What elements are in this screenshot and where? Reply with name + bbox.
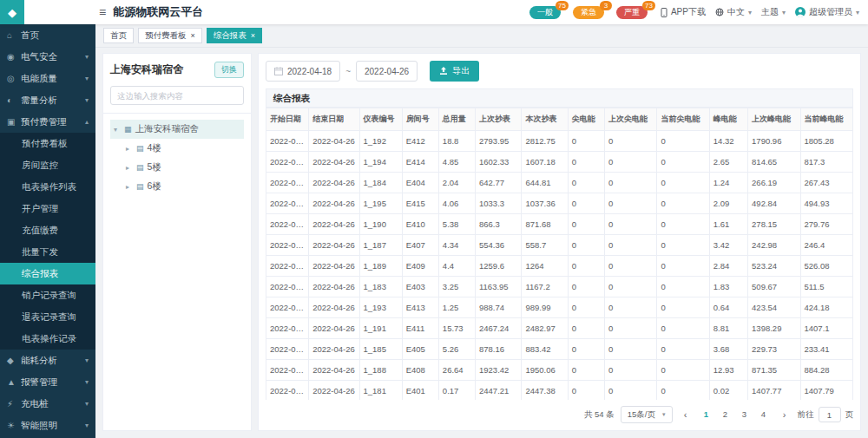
tab-close-icon[interactable]: × — [251, 32, 255, 40]
tab-0[interactable]: 首页 — [103, 28, 134, 43]
prev-page-button[interactable]: ‹ — [679, 409, 693, 420]
table-cell: 1264 — [522, 256, 568, 277]
sidebar-subitem[interactable]: 销户记录查询 — [0, 284, 95, 306]
page-button[interactable]: 4 — [756, 407, 772, 422]
table-cell: 0 — [657, 277, 709, 297]
app-title: 能源物联网云平台 — [113, 4, 203, 20]
tree-node-root[interactable]: ▾ ▦ 上海安科瑞宿舍 — [110, 120, 244, 139]
alert-count-badge: 75 — [556, 1, 569, 10]
table-cell: 2022-04-18 — [266, 318, 309, 339]
column-header: 上次峰电能 — [748, 108, 800, 131]
sidebar-item[interactable]: ▲报警管理▾ — [0, 371, 95, 393]
sidebar-subitem[interactable]: 开户管理 — [0, 198, 95, 219]
sidebar-item[interactable]: ◉电气安全▾ — [0, 46, 95, 68]
table-cell: 0 — [657, 256, 709, 277]
column-header: 上次抄表 — [476, 108, 522, 131]
calendar-icon — [274, 67, 283, 75]
building-panel: 上海安科瑞宿舍 切换 ▾ ▦ 上海安科瑞宿舍 ▸▤4楼▸▤5楼▸▤6楼 — [102, 53, 252, 431]
end-date-input[interactable]: 2022-04-26 — [356, 61, 418, 82]
table-cell: 0 — [657, 173, 709, 193]
table-cell: 2022-04-26 — [309, 193, 359, 214]
table-cell: E405 — [402, 339, 438, 360]
next-page-button[interactable]: › — [778, 409, 792, 420]
table-cell: 2022-04-26 — [309, 152, 359, 173]
alert-count-badge: 3 — [600, 1, 612, 10]
sidebar-subitem[interactable]: 房间监控 — [0, 154, 95, 176]
table-cell: 642.77 — [476, 173, 522, 193]
table-cell: 2.65 — [709, 152, 747, 173]
sidebar-subitem[interactable]: 综合报表 — [0, 263, 95, 284]
table-cell: 2022-04-18 — [266, 152, 309, 173]
export-label: 导出 — [452, 65, 470, 77]
table-cell: E403 — [402, 277, 438, 297]
report-table-body: 2022-04-182022-04-261_192E41218.82793.95… — [266, 131, 853, 401]
power-quality-icon: ◎ — [7, 74, 19, 83]
export-button[interactable]: 导出 — [430, 61, 479, 82]
page-button[interactable]: 1 — [699, 407, 714, 422]
theme-select[interactable]: 主题 ▾ — [761, 6, 786, 18]
sidebar-subitem[interactable]: 退表记录查询 — [0, 306, 95, 328]
table-cell: 246.4 — [800, 235, 853, 256]
alert-pill[interactable]: 紧急3 — [573, 6, 604, 19]
app-download-button[interactable]: APP下载 — [661, 6, 706, 18]
alarm-management-icon: ▲ — [7, 377, 19, 387]
sidebar-item[interactable]: ▣预付费管理▴ — [0, 111, 95, 133]
sidebar-subitem[interactable]: 电表操作列表 — [0, 176, 95, 198]
goto-page: 前往 页 — [798, 407, 854, 422]
page-button[interactable]: 3 — [737, 407, 753, 422]
sidebar-item[interactable]: ⚡充电桩▾ — [0, 393, 95, 415]
column-header: 房间号 — [402, 108, 438, 131]
table-cell: 4.4 — [438, 256, 475, 277]
table-cell: 0 — [604, 131, 656, 152]
export-icon — [439, 67, 448, 75]
tree-node[interactable]: ▸▤4楼 — [110, 139, 244, 158]
table-cell: 3.68 — [709, 339, 747, 360]
start-date-value: 2022-04-18 — [287, 67, 332, 76]
table-cell: 423.54 — [748, 297, 800, 318]
tree-search-input[interactable] — [110, 86, 244, 105]
menu-toggle-icon[interactable]: ≡ — [99, 6, 106, 18]
alert-pill[interactable]: 一般75 — [529, 6, 561, 19]
table-cell: 988.74 — [476, 297, 522, 318]
tab-1[interactable]: 预付费看板× — [138, 28, 202, 43]
table-cell: 1_188 — [359, 360, 402, 381]
sidebar-item[interactable]: ◎电能质量▾ — [0, 68, 95, 89]
tab-close-icon[interactable]: × — [191, 32, 195, 40]
table-cell: 644.81 — [522, 173, 568, 193]
sidebar-subitem[interactable]: 充值缴费 — [0, 219, 95, 241]
sidebar-item[interactable]: ◐需量分析▾ — [0, 89, 95, 111]
logo-icon: ◆ — [8, 6, 16, 19]
table-cell: 2447.21 — [476, 381, 522, 401]
sidebar-item[interactable]: ☀智能照明▾ — [0, 415, 95, 436]
tree-node[interactable]: ▸▤6楼 — [110, 177, 244, 196]
tab-2[interactable]: 综合报表× — [207, 28, 262, 43]
table-cell: 3.42 — [709, 235, 747, 256]
switch-building-button[interactable]: 切换 — [214, 62, 244, 78]
user-menu[interactable]: 超级管理员 ▾ — [795, 6, 859, 18]
alert-pill[interactable]: 严重73 — [616, 6, 648, 19]
sidebar-subitem[interactable]: 预付费看板 — [0, 133, 95, 154]
page-button[interactable]: 2 — [718, 407, 733, 422]
table-cell: 2022-04-18 — [266, 235, 309, 256]
sidebar-item[interactable]: ◆能耗分析▾ — [0, 350, 95, 371]
table-cell: 1_190 — [359, 214, 402, 235]
table-cell: 1407.79 — [800, 381, 853, 401]
table-row: 2022-04-182022-04-261_181E4010.172447.21… — [266, 381, 853, 401]
table-cell: 0 — [604, 360, 656, 381]
goto-page-input[interactable] — [819, 407, 841, 422]
sidebar-item[interactable]: ⌂首页 — [0, 24, 95, 46]
page-size-select[interactable]: 15条/页 ▾ — [621, 406, 673, 423]
theme-label: 主题 — [761, 6, 779, 18]
table-cell: 0 — [657, 339, 709, 360]
table-cell: 2022-04-26 — [309, 297, 359, 318]
table-cell: 18.8 — [438, 131, 475, 152]
language-select[interactable]: 中文 ▾ — [715, 6, 752, 18]
table-cell: 0 — [604, 214, 656, 235]
chevron-down-icon: ▾ — [782, 9, 786, 16]
table-cell: 8.81 — [709, 318, 747, 339]
tree-node[interactable]: ▸▤5楼 — [110, 158, 244, 177]
table-cell: 0 — [657, 131, 709, 152]
start-date-input[interactable]: 2022-04-18 — [266, 61, 340, 82]
sidebar-subitem[interactable]: 批量下发 — [0, 241, 95, 263]
sidebar-subitem[interactable]: 电表操作记录 — [0, 328, 95, 350]
